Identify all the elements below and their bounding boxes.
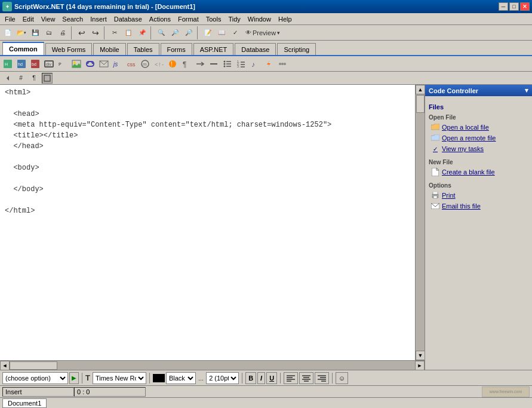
icon-tb-16[interactable] — [207, 57, 220, 70]
icon-tb-11[interactable]: m — [139, 57, 152, 70]
sub-hash[interactable]: # — [16, 73, 26, 84]
position-segment: 0 : 0 — [74, 387, 146, 397]
icon-tb-1[interactable]: H — [1, 57, 14, 70]
email-link[interactable]: Email this file — [429, 201, 528, 211]
tb-print[interactable]: 🖨 — [56, 26, 69, 39]
menu-tidy[interactable]: Tidy — [225, 13, 244, 25]
tab-aspnet[interactable]: ASP.NET — [193, 43, 234, 55]
scroll-down-btn[interactable]: ▼ — [416, 351, 425, 360]
icon-tb-12[interactable]: <!- — [152, 57, 165, 70]
restore-button[interactable]: □ — [509, 2, 519, 11]
icon-tb-9[interactable]: js — [111, 57, 124, 70]
sub-pilcrow[interactable]: ¶ — [29, 73, 39, 84]
menu-search[interactable]: Search — [59, 13, 87, 25]
icon-tb-5[interactable]: P — [56, 57, 69, 70]
editor-scroll-area[interactable]: <html> <head> <meta http-equiv="Content-… — [0, 85, 415, 360]
tb-search2[interactable]: 🔎 — [182, 26, 195, 39]
sub-box[interactable] — [42, 73, 53, 84]
sub-back[interactable] — [2, 73, 13, 84]
editor-content[interactable]: <html> <head> <meta http-equiv="Content-… — [0, 85, 415, 219]
icon-tb-13[interactable]: ! — [166, 57, 179, 70]
tb-paste[interactable]: 📌 — [136, 26, 149, 39]
menu-edit[interactable]: Edit — [19, 13, 38, 25]
close-button[interactable]: ✕ — [520, 2, 530, 11]
tb-find[interactable]: 🔍 — [155, 26, 168, 39]
print-link[interactable]: Print — [429, 190, 528, 201]
view-tasks-link[interactable]: ✓ View my tasks — [429, 143, 528, 154]
size-select[interactable]: 2 (10pt — [206, 372, 239, 384]
icon-tb-8[interactable] — [97, 57, 110, 70]
tb-validate[interactable]: ✓ — [229, 26, 242, 39]
minimize-button[interactable]: ─ — [499, 2, 508, 11]
tb-cut[interactable]: ✂ — [108, 26, 121, 39]
doc-tab-bar: Document1 — [0, 397, 532, 408]
action-select[interactable]: (choose option) — [2, 372, 68, 384]
tb-undo[interactable]: ↩ — [75, 26, 88, 39]
menu-file[interactable]: File — [1, 13, 19, 25]
icon-tb-3[interactable]: bd — [29, 57, 42, 70]
tb-redo[interactable]: ↪ — [89, 26, 102, 39]
icon-tb-7[interactable] — [84, 57, 97, 70]
svg-text:P: P — [59, 62, 61, 67]
icon-tb-2[interactable]: hd — [15, 57, 28, 70]
h-scroll-track[interactable] — [10, 361, 415, 370]
h-scroll-thumb[interactable] — [10, 361, 57, 370]
tab-database[interactable]: Database — [235, 43, 276, 55]
tb-open-dropdown[interactable]: 📂▾ — [15, 26, 28, 39]
align-right-btn[interactable] — [315, 372, 329, 384]
align-left-btn[interactable] — [284, 372, 298, 384]
menu-help[interactable]: Help — [275, 13, 296, 25]
tb-spell[interactable]: 📝 — [201, 26, 214, 39]
menu-view[interactable]: View — [38, 13, 59, 25]
tb-thes[interactable]: 📖 — [215, 26, 228, 39]
tab-scripting[interactable]: Scripting — [277, 43, 316, 55]
scroll-thumb[interactable] — [416, 95, 425, 113]
menu-tools[interactable]: Tools — [202, 13, 225, 25]
tab-forms[interactable]: Forms — [161, 43, 192, 55]
tab-tables[interactable]: Tables — [127, 43, 159, 55]
icon-tb-21[interactable] — [276, 57, 289, 70]
scroll-right-btn[interactable]: ► — [415, 361, 425, 370]
open-local-file-link[interactable]: Open a local file — [429, 122, 528, 133]
play-button[interactable]: ▶ — [69, 372, 79, 384]
icon-tb-4[interactable]: div — [42, 57, 56, 70]
underline-btn[interactable]: U — [266, 372, 277, 384]
icon-tb-10[interactable]: css — [125, 57, 138, 70]
smiley-btn[interactable]: ☺ — [336, 372, 348, 384]
tab-webforms[interactable]: Web Forms — [45, 43, 93, 55]
scroll-left-btn[interactable]: ◄ — [0, 361, 10, 370]
menu-database[interactable]: Database — [110, 13, 146, 25]
right-panel-expand-icon[interactable]: ▾ — [525, 87, 528, 94]
tb-findreplace[interactable]: 🔎 — [168, 26, 182, 39]
menu-actions[interactable]: Actions — [146, 13, 174, 25]
tb-save[interactable]: 💾 — [29, 26, 42, 39]
tb-new[interactable]: 📄 — [1, 26, 14, 39]
open-remote-file-link[interactable]: Open a remote file — [429, 133, 528, 143]
icon-tb-19[interactable]: ♪ — [248, 57, 262, 70]
tb-preview[interactable]: 👁 Preview ▾ — [242, 26, 283, 39]
scroll-up-btn[interactable]: ▲ — [416, 85, 425, 94]
menu-insert[interactable]: Insert — [87, 13, 110, 25]
doc1-tab[interactable]: Document1 — [2, 398, 47, 408]
menu-window[interactable]: Window — [244, 13, 275, 25]
icon-tb-18[interactable]: 1.2.3. — [235, 57, 248, 70]
create-blank-file-link[interactable]: Create a blank file — [429, 167, 528, 177]
align-center-btn[interactable] — [299, 372, 313, 384]
play-icon: ▶ — [72, 375, 76, 381]
scroll-track[interactable] — [416, 94, 425, 351]
tab-mobile[interactable]: Mobile — [93, 43, 125, 55]
icon-tb-6[interactable] — [70, 57, 83, 70]
color-select[interactable]: Black — [166, 372, 196, 384]
font-select[interactable]: Times New Rom — [93, 372, 146, 384]
icon-tb-15[interactable] — [193, 57, 207, 70]
icon-tb-17[interactable] — [221, 57, 234, 70]
icon-tb-20[interactable] — [262, 57, 275, 70]
tab-common[interactable]: Common — [2, 42, 44, 55]
bold-btn[interactable]: B — [245, 372, 256, 384]
svg-point-23 — [224, 63, 226, 65]
tb-copy[interactable]: 📋 — [122, 26, 135, 39]
tb-saveall[interactable]: 🗂 — [42, 26, 56, 39]
menu-format[interactable]: Format — [174, 13, 202, 25]
italic-btn[interactable]: I — [257, 372, 265, 384]
icon-tb-14[interactable]: ¶ — [180, 57, 193, 70]
